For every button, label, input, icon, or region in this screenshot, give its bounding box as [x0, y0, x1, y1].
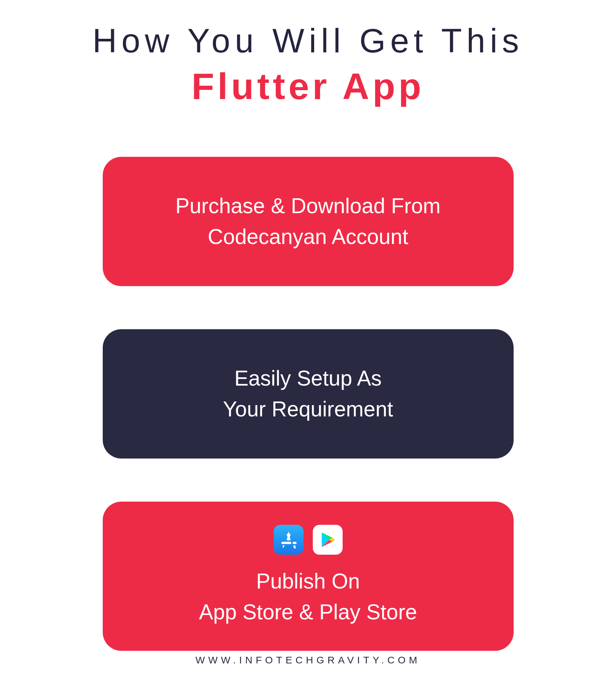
step-line2: Codecanyan Account: [208, 225, 408, 249]
store-icons-row: [274, 525, 343, 555]
svg-rect-2: [281, 542, 291, 544]
steps-container: Purchase & Download From Codecanyan Acco…: [103, 157, 514, 651]
step-line1: Publish On: [256, 569, 360, 593]
step-card-purchase: Purchase & Download From Codecanyan Acco…: [103, 157, 514, 286]
footer-url: WWW.INFOTECHGRAVITY.COM: [196, 654, 420, 666]
step-line1: Easily Setup As: [234, 366, 382, 390]
step-line2: Your Requirement: [223, 397, 393, 421]
app-store-icon: [274, 525, 304, 555]
svg-rect-3: [293, 542, 297, 544]
step-line2: App Store & Play Store: [199, 600, 417, 624]
step-card-publish: Publish On App Store & Play Store: [103, 502, 514, 651]
play-store-icon: [313, 525, 343, 555]
page-heading: How You Will Get This Flutter App: [93, 20, 523, 110]
step-card-setup: Easily Setup As Your Requirement: [103, 329, 514, 458]
step-text: Publish On App Store & Play Store: [199, 566, 417, 627]
step-line1: Purchase & Download From: [175, 194, 440, 218]
heading-line1: How You Will Get This: [93, 20, 523, 62]
heading-line2: Flutter App: [93, 62, 523, 111]
step-text: Easily Setup As Your Requirement: [223, 363, 393, 425]
step-text: Purchase & Download From Codecanyan Acco…: [175, 191, 440, 252]
